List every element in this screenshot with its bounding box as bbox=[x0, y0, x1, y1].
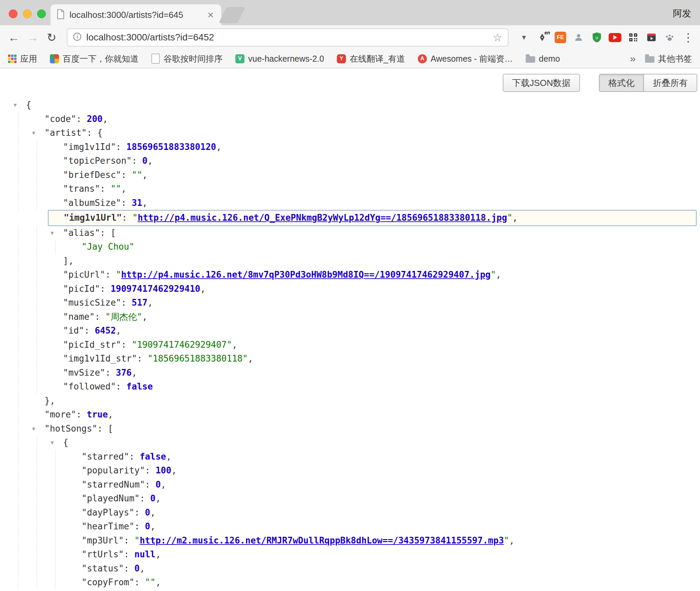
apps-label: 应用 bbox=[20, 53, 37, 64]
indent-guide bbox=[18, 254, 19, 268]
collapse-toggle-icon[interactable]: ▼ bbox=[51, 436, 54, 450]
fe-extension-icon[interactable]: FE bbox=[554, 31, 567, 44]
format-button[interactable]: 格式化 bbox=[599, 74, 644, 92]
json-token: "id" bbox=[63, 325, 84, 336]
tab-close-icon[interactable]: × bbox=[206, 10, 215, 20]
json-token: : bbox=[122, 213, 132, 223]
indent-guide bbox=[36, 168, 37, 182]
player-icon[interactable] bbox=[645, 31, 658, 44]
indent-guide bbox=[36, 520, 37, 534]
json-token: 19097417462929410 bbox=[111, 284, 200, 294]
bookmark-item[interactable]: Vvue-hackernews-2.0 bbox=[235, 53, 324, 64]
json-line: "topicPerson": 0, bbox=[0, 154, 700, 168]
collapse-all-button[interactable]: 折叠所有 bbox=[644, 74, 697, 92]
json-token: , bbox=[142, 170, 148, 180]
json-token: { bbox=[97, 128, 103, 138]
json-token: 200 bbox=[87, 114, 103, 124]
youdao-favicon-icon: Y bbox=[337, 54, 346, 63]
json-token: : bbox=[145, 479, 155, 490]
json-token: : bbox=[76, 114, 87, 124]
json-token: 0 bbox=[142, 156, 148, 166]
json-line: "picUrl": "http://p4.music.126.net/8mv7q… bbox=[0, 268, 700, 282]
pen-translate-icon[interactable]: en bbox=[535, 31, 549, 44]
other-bookmarks-folder[interactable]: 其他书签 bbox=[645, 53, 692, 64]
indent-guide bbox=[36, 196, 37, 210]
json-token: , bbox=[132, 368, 137, 378]
json-line: "mvSize": 376, bbox=[0, 366, 700, 380]
menu-kebab-icon[interactable]: ⋮ bbox=[682, 31, 694, 44]
json-token: }, bbox=[45, 396, 55, 406]
indent-guide bbox=[36, 352, 37, 366]
json-token: , bbox=[103, 114, 108, 124]
collapse-toggle-icon[interactable]: ▼ bbox=[13, 98, 17, 112]
zoom-window-button[interactable] bbox=[37, 9, 46, 18]
bookmark-label: vue-hackernews-2.0 bbox=[248, 54, 324, 64]
close-window-button[interactable] bbox=[9, 9, 18, 18]
paw-icon[interactable] bbox=[663, 31, 676, 44]
json-token: : bbox=[100, 284, 111, 294]
json-url-link[interactable]: http://m2.music.126.net/RMJR7wDullRqppBk… bbox=[140, 535, 504, 546]
indent-guide bbox=[18, 154, 19, 168]
youtube-icon[interactable] bbox=[608, 31, 622, 44]
indent-guide bbox=[55, 492, 56, 506]
json-token: "musicSize" bbox=[63, 298, 121, 308]
json-url-link[interactable]: http://p4.music.126.net/Q_ExePNkmgB2yWyL… bbox=[138, 213, 507, 223]
json-line: "copyFrom": "", bbox=[0, 576, 700, 590]
json-line: "img1v1Url": "http://p4.music.126.net/Q_… bbox=[48, 210, 697, 226]
indent-guide bbox=[18, 366, 19, 380]
json-token: "mp3Url" bbox=[82, 535, 124, 546]
back-icon[interactable]: ← bbox=[6, 31, 22, 44]
person-icon[interactable] bbox=[572, 31, 585, 44]
json-token: "周杰伦" bbox=[105, 312, 142, 322]
new-tab-button[interactable] bbox=[218, 7, 245, 23]
json-token: ], bbox=[63, 256, 74, 266]
indent-guide bbox=[36, 436, 37, 450]
bookmark-item[interactable]: 百度一下，你就知道 bbox=[50, 53, 139, 64]
json-token: , bbox=[150, 507, 156, 518]
bookmark-item[interactable]: demo bbox=[526, 53, 560, 64]
json-url-link[interactable]: http://p4.music.126.net/8mv7qP30Pd3oHW8b… bbox=[121, 270, 491, 280]
caret-down-icon[interactable]: ▼ bbox=[517, 31, 531, 44]
indent-guide bbox=[18, 562, 19, 576]
reload-icon[interactable]: ↻ bbox=[44, 31, 59, 44]
json-token: "more" bbox=[45, 409, 76, 419]
address-bar[interactable]: localhost:3000/artists?id=6452 ☆ bbox=[67, 28, 508, 46]
json-line: "Jay Chou" bbox=[0, 240, 700, 254]
indent-guide bbox=[36, 254, 37, 268]
url-text[interactable]: localhost:3000/artists?id=6452 bbox=[86, 32, 493, 43]
minimize-window-button[interactable] bbox=[23, 9, 32, 18]
json-token: "artist" bbox=[45, 128, 87, 138]
browser-tab[interactable]: localhost:3000/artists?id=645 × bbox=[51, 4, 221, 25]
download-json-button[interactable]: 下载JSON数据 bbox=[503, 74, 580, 92]
collapse-toggle-icon[interactable]: ▼ bbox=[32, 126, 35, 140]
bookmarks-right: » 其他书签 bbox=[630, 53, 692, 64]
shield-icon[interactable]: u bbox=[590, 31, 604, 44]
json-line: ▼"hotSongs": [ bbox=[0, 422, 700, 436]
indent-guide bbox=[36, 576, 37, 590]
forward-icon[interactable]: → bbox=[25, 31, 40, 44]
json-line: ▼{ bbox=[0, 436, 700, 450]
collapse-toggle-icon[interactable]: ▼ bbox=[32, 422, 35, 436]
json-token: : bbox=[145, 465, 155, 475]
json-token: : bbox=[97, 424, 108, 434]
json-token: "Jay Chou" bbox=[82, 242, 135, 252]
bookmark-item[interactable]: AAwesomes - 前端资… bbox=[418, 53, 513, 64]
bookmark-item[interactable]: 谷歌按时间排序 bbox=[151, 53, 223, 64]
qr-code-icon[interactable] bbox=[626, 31, 640, 44]
bookmark-star-icon[interactable]: ☆ bbox=[493, 31, 502, 44]
page-content: 下载JSON数据 格式化 折叠所有 ▼{"code": 200,▼"artist… bbox=[0, 68, 700, 591]
indent-guide bbox=[18, 310, 19, 324]
json-token: "followed" bbox=[63, 381, 116, 392]
vue-favicon-icon: V bbox=[235, 54, 244, 63]
bookmark-item[interactable]: Y在线翻译_有道 bbox=[337, 53, 405, 64]
collapse-toggle-icon[interactable]: ▼ bbox=[51, 226, 54, 240]
bookmarks-overflow-icon[interactable]: » bbox=[630, 53, 636, 64]
profile-name[interactable]: 阿发 bbox=[673, 7, 691, 20]
json-token: "briefDesc" bbox=[63, 170, 121, 180]
json-line: ▼"alias": [ bbox=[0, 226, 700, 240]
page-info-icon[interactable] bbox=[73, 32, 82, 42]
indent-guide bbox=[36, 366, 37, 380]
json-token: false bbox=[140, 452, 166, 462]
json-token: : bbox=[84, 325, 95, 336]
apps-shortcut[interactable]: 应用 bbox=[8, 53, 37, 64]
